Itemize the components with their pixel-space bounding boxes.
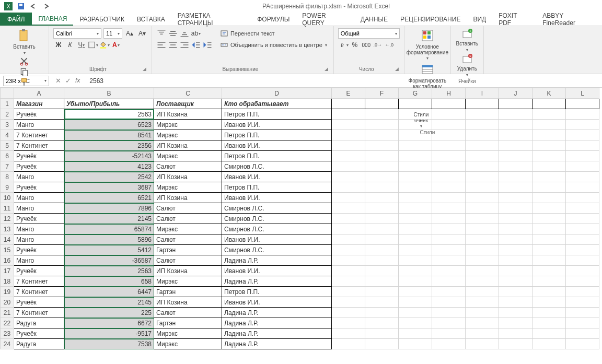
table-row[interactable]: 12Ручеёк2145СалютСмирнов Л.С. [1,214,599,224]
cell[interactable] [466,266,499,276]
cell[interactable] [532,245,566,255]
cell[interactable]: Мирэкс [154,339,222,349]
cell[interactable]: 65874 [64,224,154,234]
conditional-formatting-button[interactable]: Условное форматирование▾ [409,28,446,61]
row-header[interactable]: 7 [1,161,14,172]
cell[interactable] [332,266,365,276]
table-row[interactable]: 1МагазинУбыто/ПрибыльПоставщикКто обраба… [1,99,599,109]
cell[interactable] [566,182,599,193]
cell[interactable]: -36587 [64,255,154,266]
cell[interactable]: Салют [154,234,222,245]
cell[interactable] [432,172,466,182]
cell[interactable]: 7 Континет [14,308,64,318]
cell[interactable] [466,245,499,255]
cell[interactable] [499,193,532,203]
row-header[interactable]: 22 [1,318,14,328]
cell[interactable] [532,120,566,130]
table-row[interactable]: 23Ручеёк-9517МирэксЛадина Л.Р. [1,328,599,339]
table-row[interactable]: 14Манго5896СалютИванов И.И. [1,234,599,245]
cell[interactable] [499,120,532,130]
cell[interactable] [432,276,466,287]
italic-button[interactable]: К [65,40,75,50]
cell[interactable]: Мирэкс [154,276,222,287]
col-header[interactable]: F [365,88,399,99]
cell[interactable]: 6447 [64,287,154,297]
cell[interactable]: -52143 [64,151,154,161]
increase-indent-button[interactable] [202,40,213,50]
cell[interactable] [499,234,532,245]
cell[interactable] [399,287,432,297]
cell[interactable] [432,130,466,140]
row-header[interactable]: 9 [1,182,14,193]
cut-button[interactable] [19,56,29,66]
cell[interactable] [432,266,466,276]
ribbon-tab[interactable]: РЕЦЕНЗИРОВАНИЕ [394,13,467,26]
cell[interactable]: Салют [154,161,222,172]
align-right-button[interactable] [179,40,190,50]
cell[interactable] [332,99,365,109]
table-row[interactable]: 9Ручеёк3687МирэксПетров П.П. [1,182,599,193]
cell[interactable] [399,328,432,339]
cell[interactable]: Иванов И.И. [222,120,332,130]
cell[interactable] [432,308,466,318]
cell[interactable] [365,120,399,130]
col-header[interactable]: G [399,88,432,99]
cell[interactable]: Иванов И.И. [222,234,332,245]
cell[interactable] [365,172,399,182]
column-headers[interactable]: A B C D E F G H I J K L [1,88,599,99]
cell[interactable] [432,109,466,120]
cell[interactable] [365,339,399,349]
cell[interactable] [466,287,499,297]
cell[interactable] [332,224,365,234]
cell[interactable] [365,297,399,308]
cell[interactable] [365,193,399,203]
font-size-combo[interactable]: 11▾ [103,28,122,39]
ribbon-tab[interactable]: РАЗРАБОТЧИК [73,13,131,26]
align-middle-button[interactable] [168,28,178,39]
cell[interactable] [566,245,599,255]
col-header[interactable]: C [154,88,222,99]
row-header[interactable]: 16 [1,255,14,266]
cell[interactable]: ИП Козина [154,109,222,120]
cell[interactable] [365,161,399,172]
cell[interactable] [566,193,599,203]
cell[interactable] [532,140,566,151]
align-top-button[interactable] [156,28,167,39]
cell[interactable] [432,318,466,328]
cell[interactable] [332,203,365,214]
insert-cells-button[interactable]: + Вставить▾ [455,28,479,52]
cell[interactable] [566,109,599,120]
cell[interactable] [532,234,566,245]
col-header[interactable]: I [466,88,499,99]
cell[interactable] [432,120,466,130]
cell[interactable] [432,328,466,339]
cell[interactable] [365,234,399,245]
table-row[interactable]: 15Ручеёк5412ГартэнСмирнов Л.С. [1,245,599,255]
cell[interactable]: Ручеёк [14,182,64,193]
cell[interactable]: Ручеёк [14,151,64,161]
cell[interactable] [532,161,566,172]
cell[interactable] [532,109,566,120]
save-icon[interactable] [17,2,25,10]
border-button[interactable]: ▾ [88,40,98,50]
cell[interactable] [332,234,365,245]
cell[interactable] [532,182,566,193]
cell[interactable]: 7896 [64,203,154,214]
cell[interactable]: Ручеёк [14,214,64,224]
cell[interactable] [566,203,599,214]
cell[interactable] [466,140,499,151]
cell[interactable]: Ладина Л.Р. [222,276,332,287]
cell[interactable] [466,193,499,203]
row-header[interactable]: 3 [1,120,14,130]
cell[interactable] [432,224,466,234]
table-row[interactable]: 6Ручеёк-52143МирэксПетров П.П. [1,151,599,161]
cell[interactable]: 2145 [64,214,154,224]
dialog-launcher-icon[interactable]: ◢ [325,66,328,72]
dialog-launcher-icon[interactable]: ◢ [143,66,146,72]
comma-button[interactable]: 000 [361,40,372,50]
table-row[interactable]: 3Манго6523МирэксИванов И.И. [1,120,599,130]
cell[interactable] [566,130,599,140]
cell[interactable] [399,203,432,214]
cell[interactable]: 7 Континет [14,140,64,151]
cell[interactable]: ИП Козина [154,193,222,203]
